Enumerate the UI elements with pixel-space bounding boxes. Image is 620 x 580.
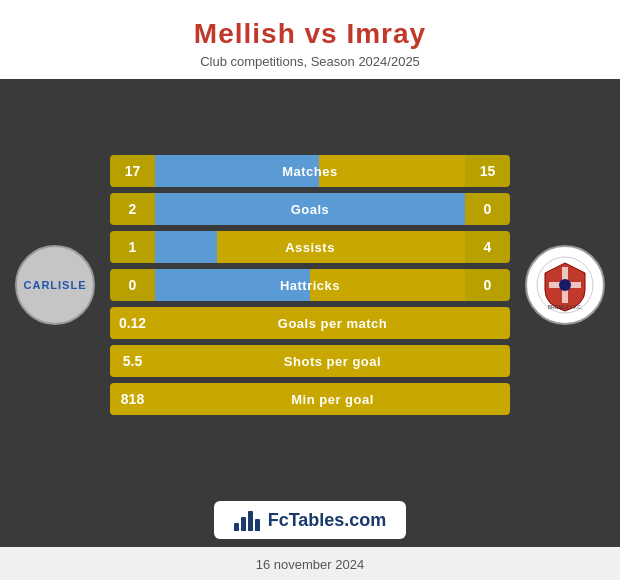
stat-row: 0Hattricks0: [110, 269, 510, 301]
main-content: CARLISLE 17Matches152Goals01Assists40Hat…: [0, 79, 620, 491]
stat-right-value: 4: [465, 231, 510, 263]
carlisle-badge: CARLISLE: [15, 245, 95, 325]
date-label: 16 november 2024: [256, 557, 364, 572]
stat-right-value: 15: [465, 155, 510, 187]
stat-left-value: 1: [110, 231, 155, 263]
stat-row: 2Goals0: [110, 193, 510, 225]
stat-label: Matches: [282, 164, 338, 179]
stat-label: Goals per match: [278, 316, 387, 331]
bromley-crest-icon: BROMLEY F.C.: [535, 255, 595, 315]
right-team-logo: BROMLEY F.C.: [520, 245, 610, 325]
stat-row: 17Matches15: [110, 155, 510, 187]
stat-label: Assists: [285, 240, 335, 255]
stat-label: Min per goal: [291, 392, 374, 407]
header: Mellish vs Imray Club competitions, Seas…: [0, 0, 620, 79]
bromley-badge: BROMLEY F.C.: [525, 245, 605, 325]
stat-left-value: 818: [110, 383, 155, 415]
left-team-logo: CARLISLE: [10, 245, 100, 325]
stat-bar: Shots per goal: [155, 345, 510, 377]
stat-bar: Matches: [155, 155, 465, 187]
stat-right-value: 0: [465, 269, 510, 301]
stat-bar: Hattricks: [155, 269, 465, 301]
stats-panel: 17Matches152Goals01Assists40Hattricks00.…: [110, 155, 510, 415]
stat-right-value: 0: [465, 193, 510, 225]
stat-row: 0.12Goals per match: [110, 307, 510, 339]
svg-point-3: [559, 279, 571, 291]
svg-text:BROMLEY F.C.: BROMLEY F.C.: [548, 304, 583, 310]
stat-left-value: 0: [110, 269, 155, 301]
stat-left-value: 0.12: [110, 307, 155, 339]
stat-row: 818Min per goal: [110, 383, 510, 415]
match-subtitle: Club competitions, Season 2024/2025: [10, 54, 610, 69]
stat-row: 1Assists4: [110, 231, 510, 263]
stat-bar: Assists: [155, 231, 465, 263]
stat-left-value: 5.5: [110, 345, 155, 377]
stat-bar: Min per goal: [155, 383, 510, 415]
date-footer: 16 november 2024: [0, 547, 620, 580]
footer-logo-section: FcTables.com: [0, 491, 620, 547]
stat-label: Goals: [291, 202, 330, 217]
stat-left-value: 2: [110, 193, 155, 225]
fctables-badge: FcTables.com: [214, 501, 407, 539]
stat-fill-bar: [155, 231, 217, 263]
match-title: Mellish vs Imray: [10, 18, 610, 50]
stat-bar: Goals: [155, 193, 465, 225]
stat-label: Shots per goal: [284, 354, 381, 369]
fctables-label: FcTables.com: [268, 510, 387, 531]
stat-label: Hattricks: [280, 278, 340, 293]
stat-bar: Goals per match: [155, 307, 510, 339]
stat-row: 5.5Shots per goal: [110, 345, 510, 377]
stat-left-value: 17: [110, 155, 155, 187]
chart-icon: [234, 509, 260, 531]
